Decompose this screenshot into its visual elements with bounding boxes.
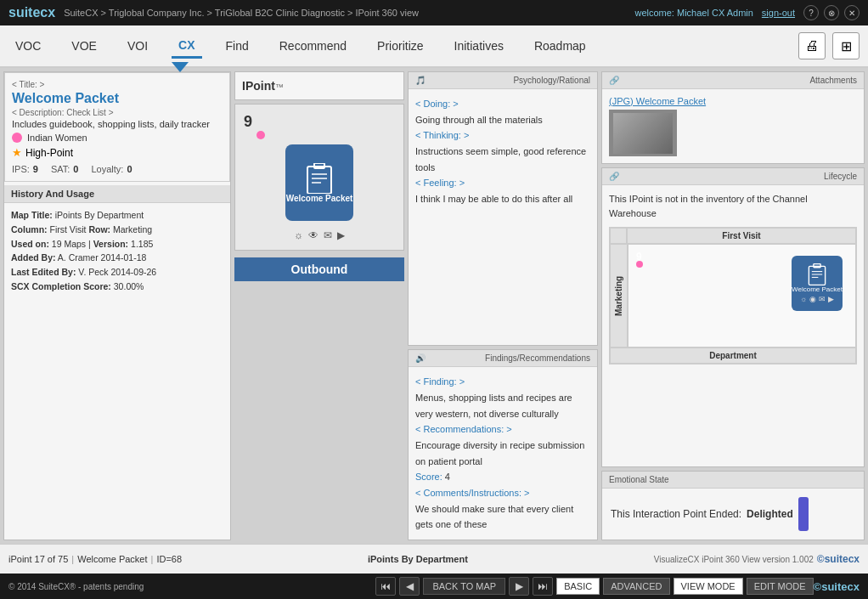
- psychology-header: 🎵 Psychology/Rational: [409, 72, 597, 89]
- welcome-label: welcome:: [634, 8, 674, 18]
- left-panel: < Title: > Welcome Packet < Description:…: [3, 71, 231, 540]
- main-content: < Title: > Welcome Packet < Description:…: [0, 68, 868, 544]
- history-content: Map Title: iPoints By Department Column:…: [4, 203, 230, 299]
- lifecycle-diagram: First Visit Marketing 9: [609, 227, 857, 364]
- topbar-icons: ? ⊗ ✕: [803, 5, 860, 20]
- edit-mode-button[interactable]: EDIT MODE: [747, 578, 814, 595]
- sat-metric: SAT: 0: [51, 164, 79, 174]
- nav-prioritize[interactable]: Prioritize: [370, 35, 430, 57]
- emotional-panel: Emotional State This Interaction Point E…: [601, 471, 865, 540]
- comments-label: < Comments/Instructions: >: [415, 488, 530, 498]
- logo-suite: suite: [8, 5, 40, 20]
- nav-roadmap[interactable]: Roadmap: [527, 35, 593, 57]
- status-center: iPoints By Department: [368, 554, 468, 564]
- first-btn[interactable]: ⏮: [375, 577, 396, 596]
- ips-metric: IPS: 9: [12, 164, 38, 174]
- next-btn[interactable]: ▶: [509, 577, 529, 596]
- back-to-map-button[interactable]: BACK TO MAP: [423, 578, 505, 595]
- highpoint-label: High-Point: [25, 147, 73, 159]
- nav-cx-wrapper: CX: [172, 34, 201, 59]
- nav-recommend[interactable]: Recommend: [273, 35, 353, 57]
- sat-value: 0: [73, 164, 78, 174]
- ipoint-dot: [256, 131, 265, 139]
- findings-header: 🔊 Findings/Recommendations: [409, 350, 597, 367]
- help-icon[interactable]: ?: [803, 5, 819, 20]
- lifecycle-clipboard-icon: [808, 263, 826, 285]
- card-icon-3: ✉: [324, 229, 332, 241]
- emotional-label: Emotional State: [609, 475, 669, 484]
- nav-voe[interactable]: VOE: [65, 35, 104, 57]
- lifecycle-content: This IPoint is not in the inventory of t…: [602, 185, 864, 371]
- lifecycle-header: 🔗 Lifecycle: [602, 168, 864, 185]
- copyright-text: © 2014 SuiteCX® - patents pending: [8, 582, 375, 591]
- segment-row: Indian Women: [12, 133, 223, 143]
- nav-find[interactable]: Find: [219, 35, 256, 57]
- attachments-header: 🔗 Attachments: [602, 72, 864, 89]
- thumbnail-image: [613, 113, 673, 154]
- attachment-link[interactable]: (JPG) Welcome Packet: [609, 96, 857, 106]
- far-right: 🔗 Attachments (JPG) Welcome Packet 🔗: [601, 71, 865, 540]
- lc-icon-3: ✉: [819, 295, 826, 303]
- finding-text: Menus, shopping lists and recipes are ve…: [415, 393, 572, 419]
- segment-dot: [12, 133, 22, 143]
- ipoint-header: IPoint™: [234, 71, 404, 100]
- version-label: Version:: [93, 239, 128, 249]
- navbar: VOC VOE VOI CX Find Recommend Prioritize…: [0, 25, 868, 68]
- ipoint-card: 9 Welcome Packet ☼ 👁 ✉ ▶: [234, 104, 404, 251]
- findings-panel: 🔊 Findings/Recommendations < Finding: > …: [408, 349, 598, 540]
- basic-button[interactable]: BASIC: [556, 578, 600, 595]
- right-area: 🎵 Psychology/Rational < Doing: > Going t…: [408, 71, 865, 540]
- feeling-value: I think I may be able to do this after a…: [415, 194, 572, 204]
- lifecycle-map-area: 9: [628, 244, 856, 348]
- lifecycle-dot: [636, 261, 643, 268]
- loyalty-value: 0: [127, 164, 132, 174]
- advanced-button[interactable]: ADVANCED: [603, 578, 669, 595]
- settings-icon[interactable]: ⊗: [824, 5, 839, 20]
- nav-voi[interactable]: VOI: [121, 35, 155, 57]
- scx-label: SCX Completion Score:: [11, 281, 111, 291]
- last-edited-label: Last Edited By:: [11, 267, 76, 277]
- emotional-text-prefix: This Interaction Point Ended:: [611, 508, 741, 520]
- lifecycle-card-mini: Welcome Packet ☼ ◉ ✉ ▶: [792, 256, 843, 311]
- lc-icon-2: ◉: [809, 295, 816, 303]
- feeling-label: < Feeling: >: [415, 178, 465, 188]
- signout-link[interactable]: sign-out: [762, 8, 795, 18]
- scx-value: 30.00%: [114, 281, 144, 291]
- nav-cx[interactable]: CX: [172, 34, 201, 59]
- card-icon-2: 👁: [308, 229, 318, 241]
- nav-voc[interactable]: VOC: [8, 35, 48, 57]
- score-label: Score:: [415, 472, 442, 482]
- title-label: < Title: >: [12, 80, 223, 89]
- title-section: < Title: > Welcome Packet < Description:…: [4, 72, 230, 182]
- history-section: History And Usage Map Title: iPoints By …: [4, 185, 230, 299]
- attachment-thumbnail: [609, 110, 677, 156]
- sep1: |: [71, 554, 74, 564]
- suitecx-logo-sm: ©suitecx: [817, 553, 860, 565]
- doing-value: Going through all the materials: [415, 115, 543, 125]
- grid-icon[interactable]: ⊞: [832, 32, 860, 59]
- nav-initiatives[interactable]: Initiatives: [448, 35, 510, 57]
- middle-panel: IPoint™ 9 Welcome Packet ☼ 👁 ✉ ▶: [234, 71, 404, 540]
- prev-btn[interactable]: ◀: [399, 577, 420, 596]
- desc-value: Includes guidebook, shopping lists, dail…: [12, 119, 223, 129]
- view-mode-button[interactable]: VIEW MODE: [674, 578, 743, 595]
- loyalty-label: Loyalty:: [91, 164, 123, 174]
- last-edited-value: V. Peck 2014-09-26: [78, 267, 156, 277]
- card-icon-1: ☼: [294, 229, 303, 241]
- lc-icon-1: ☼: [800, 295, 807, 303]
- welcome-text: welcome: Michael CX Admin: [634, 8, 752, 18]
- added-by-value: A. Cramer 2014-01-18: [58, 252, 146, 263]
- lifecycle-body: Marketing 9: [610, 244, 856, 348]
- status-left: iPoint 17 of 75 | Welcome Packet | ID=68: [8, 554, 182, 564]
- status-bar: iPoint 17 of 75 | Welcome Packet | ID=68…: [0, 544, 868, 574]
- last-btn[interactable]: ⏭: [533, 577, 553, 596]
- desc-label: < Description: Check List >: [12, 108, 223, 117]
- ips-value: 9: [33, 164, 38, 174]
- finding-label: < Finding: >: [415, 376, 465, 387]
- lifecycle-col-header: First Visit: [627, 228, 856, 244]
- version-info: VisualizeCX iPoint 360 View version 1.00…: [654, 555, 814, 564]
- emotional-content: This Interaction Point Ended: Delighted: [602, 489, 864, 540]
- center-stack: 🎵 Psychology/Rational < Doing: > Going t…: [408, 71, 598, 540]
- print-icon[interactable]: 🖨: [798, 32, 826, 59]
- close-icon[interactable]: ✕: [844, 5, 860, 20]
